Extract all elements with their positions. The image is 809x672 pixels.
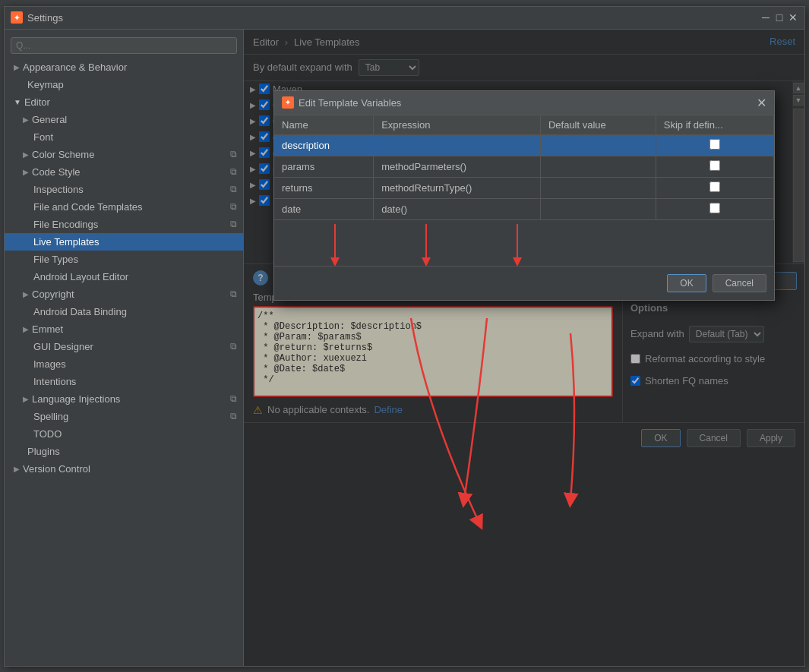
sidebar-item-label: Spelling: [33, 411, 68, 422]
sidebar-item-code-style[interactable]: ▶ Code Style ⧉: [5, 163, 243, 181]
cell-name: description: [274, 134, 374, 156]
sidebar-item-label: Emmet: [32, 323, 63, 335]
sidebar-item-spelling[interactable]: Spelling ⧉: [5, 408, 243, 425]
sidebar-item-keymap[interactable]: Keymap: [5, 76, 243, 93]
copy-icon: ⧉: [230, 184, 237, 194]
table-row[interactable]: params methodParmeters(): [274, 156, 774, 177]
sidebar-item-label: File and Code Templates: [33, 201, 143, 213]
sidebar-item-label: Images: [33, 358, 66, 370]
minimize-button[interactable]: ─: [760, 12, 771, 23]
sidebar-item-copyright[interactable]: ▶ Copyright ⧉: [5, 286, 243, 303]
col-header-name: Name: [274, 115, 374, 135]
sidebar-item-inspections[interactable]: Inspections ⧉: [5, 181, 243, 198]
cell-default: [540, 177, 656, 198]
copy-icon: ⧉: [230, 393, 237, 404]
sidebar-item-plugins[interactable]: Plugins: [5, 443, 243, 460]
arrows-area: [274, 220, 774, 266]
skip-checkbox-0[interactable]: [709, 139, 720, 150]
cell-skip: [656, 156, 773, 177]
sidebar-item-images[interactable]: Images: [5, 355, 243, 373]
sidebar-item-label: Live Templates: [33, 236, 99, 248]
sidebar-item-editor[interactable]: ▼ Editor: [5, 93, 243, 111]
modal-table-area: Name Expression Default value Skip if de…: [274, 115, 774, 220]
cell-expression: [374, 134, 541, 156]
modal-cancel-button[interactable]: Cancel: [713, 274, 766, 292]
expand-arrow: ▼: [14, 98, 21, 106]
sidebar-item-color-scheme[interactable]: ▶ Color Scheme ⧉: [5, 146, 243, 163]
modal-title-bar: ✦ Edit Template Variables ✕: [274, 91, 774, 115]
cell-expression: methodReturnType(): [374, 177, 541, 198]
sidebar-item-android-data-binding[interactable]: Android Data Binding: [5, 303, 243, 320]
title-bar: ✦ Settings ─ □ ✕: [5, 7, 804, 30]
col-header-default: Default value: [540, 115, 656, 135]
sidebar-item-label: Editor: [24, 96, 50, 108]
expand-arrow: ▶: [23, 395, 29, 403]
sidebar-item-label: Plugins: [27, 446, 60, 457]
sidebar-item-label: TODO: [33, 428, 62, 440]
modal-close-button[interactable]: ✕: [757, 96, 766, 110]
modal-table: Name Expression Default value Skip if de…: [274, 115, 774, 220]
cell-name: date: [274, 198, 374, 219]
sidebar-item-label: Color Scheme: [32, 149, 94, 160]
sidebar-item-general[interactable]: ▶ General: [5, 111, 243, 128]
sidebar-item-file-encodings[interactable]: File Encodings ⧉: [5, 216, 243, 233]
col-header-expression: Expression: [374, 115, 541, 135]
copy-icon: ⧉: [230, 166, 237, 177]
table-row[interactable]: returns methodReturnType(): [274, 177, 774, 198]
sidebar-item-label: Copyright: [32, 289, 74, 300]
sidebar-item-gui-designer[interactable]: GUI Designer ⧉: [5, 338, 243, 355]
cell-default: [540, 134, 656, 156]
sidebar-item-label: Inspections: [33, 184, 84, 195]
close-button[interactable]: ✕: [788, 12, 798, 23]
sidebar-item-label: GUI Designer: [33, 341, 93, 352]
window-controls: ─ □ ✕: [760, 12, 798, 23]
modal-title: Edit Template Variables: [299, 97, 757, 109]
modal-ok-button[interactable]: OK: [667, 274, 706, 292]
sidebar-item-label: Code Style: [32, 166, 81, 178]
skip-checkbox-3[interactable]: [709, 203, 720, 213]
expand-arrow: ▶: [14, 63, 20, 71]
sidebar-item-todo[interactable]: TODO: [5, 425, 243, 443]
sidebar-item-font[interactable]: Font: [5, 128, 243, 146]
sidebar-item-file-types[interactable]: File Types: [5, 251, 243, 268]
sidebar-item-label: Appearance & Behavior: [23, 62, 127, 73]
copy-icon: ⧉: [230, 411, 237, 421]
table-row[interactable]: description: [274, 134, 774, 156]
modal-icon: ✦: [282, 96, 294, 109]
skip-checkbox-2[interactable]: [709, 181, 720, 192]
expand-arrow: ▶: [23, 150, 29, 159]
sidebar-item-appearance[interactable]: ▶ Appearance & Behavior: [5, 58, 243, 76]
modal-dialog: ✦ Edit Template Variables ✕ Name Express…: [273, 90, 775, 301]
expand-arrow: ▶: [23, 290, 29, 298]
copy-icon: ⧉: [230, 201, 237, 212]
skip-checkbox-1[interactable]: [709, 160, 720, 171]
maximize-button[interactable]: □: [774, 12, 785, 23]
cell-name: returns: [274, 177, 374, 198]
window-title: Settings: [27, 12, 760, 24]
search-box: [5, 33, 243, 58]
col-header-skip: Skip if defin...: [656, 115, 773, 135]
modal-overlay: ✦ Edit Template Variables ✕ Name Express…: [244, 30, 804, 666]
table-row[interactable]: date date(): [274, 198, 774, 219]
search-input[interactable]: [11, 37, 237, 54]
sidebar-item-label: Android Layout Editor: [33, 271, 128, 282]
annotation-arrows: [274, 220, 774, 266]
app-icon: ✦: [11, 11, 23, 24]
right-panel: Editor › Live Templates Reset By default…: [244, 30, 804, 666]
sidebar-item-live-templates[interactable]: Live Templates: [5, 233, 243, 251]
cell-default: [540, 198, 656, 219]
sidebar-item-android-layout[interactable]: Android Layout Editor: [5, 268, 243, 286]
sidebar-item-label: Android Data Binding: [33, 306, 127, 317]
sidebar-item-emmet[interactable]: ▶ Emmet: [5, 320, 243, 338]
sidebar-item-file-templates[interactable]: File and Code Templates ⧉: [5, 198, 243, 216]
cell-skip: [656, 177, 773, 198]
modal-actions: OK Cancel: [274, 266, 774, 300]
sidebar-item-label: Intentions: [33, 376, 76, 387]
sidebar-item-version-control[interactable]: ▶ Version Control: [5, 460, 243, 478]
expand-arrow: ▶: [23, 168, 29, 176]
sidebar-item-label: File Types: [33, 254, 78, 265]
copy-icon: ⧉: [230, 149, 237, 159]
sidebar-item-language-injections[interactable]: ▶ Language Injections ⧉: [5, 390, 243, 408]
sidebar-item-intentions[interactable]: Intentions: [5, 373, 243, 390]
expand-arrow: ▶: [23, 115, 29, 124]
